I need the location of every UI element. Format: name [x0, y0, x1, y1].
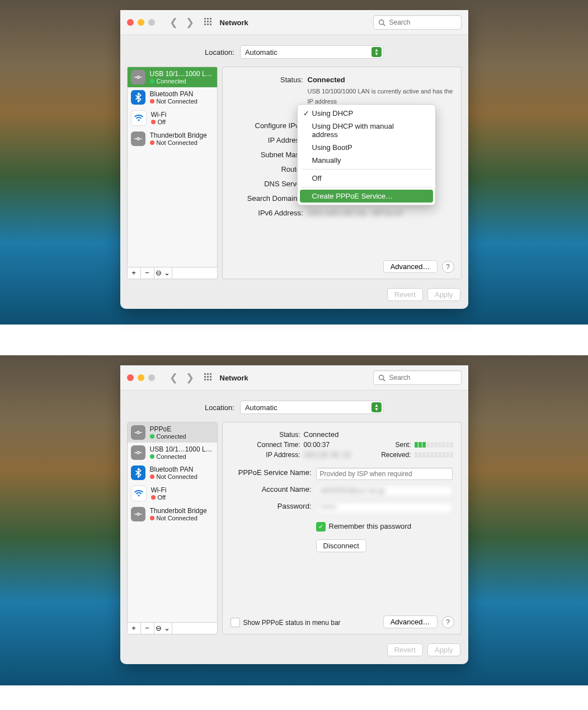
forward-button[interactable]: ❯	[186, 372, 194, 384]
status-value: Connected	[304, 430, 453, 439]
all-prefs-icon[interactable]	[204, 18, 213, 27]
svg-point-18	[137, 513, 139, 515]
all-prefs-icon[interactable]	[204, 373, 213, 382]
revert-button[interactable]: Revert	[387, 288, 423, 301]
dropdown-item-off[interactable]: Off	[300, 172, 433, 185]
remember-password-label: Remember this password	[329, 521, 411, 532]
dns-server-label: DNS Server	[231, 179, 308, 189]
service-name: Wi-Fi	[151, 111, 167, 119]
router-label: Router	[231, 164, 308, 175]
status-dot-icon	[150, 474, 154, 479]
service-status: Off	[158, 494, 166, 501]
location-row: Location: Automatic ▲▼	[120, 35, 468, 62]
service-icon	[131, 445, 145, 460]
service-status: Not Connected	[157, 98, 197, 105]
pppoe-service-name-input[interactable]	[316, 468, 453, 480]
received-meter	[415, 452, 453, 458]
dropdown-item-dhcp[interactable]: Using DHCP	[300, 107, 433, 120]
svg-point-0	[379, 20, 383, 24]
dropdown-item-manually[interactable]: Manually	[300, 154, 433, 167]
service-icon	[131, 486, 147, 501]
dropdown-item-bootp[interactable]: Using BootP	[300, 141, 433, 154]
revert-button[interactable]: Revert	[387, 643, 423, 656]
password-label: Password:	[231, 501, 316, 511]
service-status: Off	[158, 119, 166, 125]
service-list[interactable]: USB 10/1…1000 LANConnectedBluetooth PANN…	[127, 67, 218, 267]
service-icon	[131, 131, 145, 146]
ip-address-label: IP Address:	[231, 451, 300, 459]
search-input[interactable]	[388, 373, 457, 382]
help-button[interactable]: ?	[442, 261, 454, 273]
service-name: Bluetooth PAN	[150, 90, 197, 98]
status-dot-icon	[150, 140, 154, 145]
service-actions-button[interactable]: ⊖ ⌄	[154, 267, 172, 279]
help-button[interactable]: ?	[442, 616, 454, 628]
sidebar-item[interactable]: PPPoEConnected	[128, 422, 217, 443]
search-field[interactable]	[373, 370, 462, 385]
back-button[interactable]: ❮	[170, 16, 178, 29]
minimize-window-button[interactable]	[138, 374, 144, 381]
sidebar-item[interactable]: Thunderbolt BridgeNot Connected	[128, 504, 217, 524]
sidebar-item[interactable]: Wi-FiOff	[128, 483, 217, 504]
status-dot-icon	[150, 516, 154, 520]
remember-password-checkbox[interactable]: ✓	[316, 522, 326, 532]
service-status: Not Connected	[157, 139, 197, 146]
status-description: USB 10/100/1000 LAN is currently active …	[308, 86, 453, 106]
status-dot-icon	[150, 99, 154, 104]
show-status-label: Show PPPoE status in menu bar	[243, 619, 341, 627]
status-dot-icon	[150, 79, 154, 83]
sidebar-item[interactable]: Thunderbolt BridgeNot Connected	[128, 129, 217, 149]
sent-meter	[415, 442, 453, 448]
apply-button[interactable]: Apply	[427, 288, 460, 301]
zoom-window-button[interactable]	[148, 19, 155, 26]
account-name-input[interactable]	[316, 485, 453, 497]
service-icon	[131, 90, 145, 105]
close-window-button[interactable]	[127, 374, 134, 381]
status-dot-icon	[150, 434, 154, 439]
location-label: Location:	[205, 403, 234, 412]
service-icon	[131, 507, 145, 521]
remove-service-button[interactable]: −	[141, 623, 154, 634]
disconnect-button[interactable]: Disconnect	[316, 539, 366, 552]
ip-address-value: 100.116 .60 .16	[304, 451, 354, 459]
configure-ipv4-dropdown[interactable]: Using DHCP Using DHCP with manual addres…	[297, 104, 436, 205]
status-label: Status:	[231, 431, 300, 439]
sidebar-item[interactable]: Wi-FiOff	[128, 107, 217, 129]
add-service-button[interactable]: +	[128, 623, 141, 634]
minimize-window-button[interactable]	[138, 19, 144, 26]
location-select[interactable]: Automatic ▲▼	[240, 401, 383, 414]
pppoe-service-name-label: PPPoE Service Name:	[231, 468, 316, 478]
sidebar-item[interactable]: USB 10/1…1000 LANConnected	[128, 67, 217, 87]
add-service-button[interactable]: +	[128, 267, 141, 279]
zoom-window-button[interactable]	[148, 374, 155, 381]
dropdown-item-dhcp-manual[interactable]: Using DHCP with manual address	[300, 120, 433, 141]
service-actions-button[interactable]: ⊖ ⌄	[154, 623, 172, 634]
updown-icon: ▲▼	[371, 47, 382, 57]
sidebar-item[interactable]: USB 10/1…1000 LANConnected	[128, 443, 217, 463]
service-list[interactable]: PPPoEConnectedUSB 10/1…1000 LANConnected…	[127, 422, 218, 623]
svg-point-9	[379, 375, 383, 379]
sidebar-item[interactable]: Bluetooth PANNot Connected	[128, 87, 217, 107]
location-select[interactable]: Automatic ▲▼	[240, 45, 383, 59]
apply-button[interactable]: Apply	[427, 643, 460, 656]
close-window-button[interactable]	[127, 19, 134, 26]
search-domains-label: Search Domains:	[231, 194, 308, 204]
search-field[interactable]	[373, 15, 462, 30]
forward-button[interactable]: ❯	[186, 16, 194, 29]
svg-point-5	[138, 119, 139, 121]
back-button[interactable]: ❮	[170, 372, 178, 384]
svg-point-11	[137, 431, 139, 434]
service-status: Connected	[157, 433, 186, 440]
sent-label: Sent:	[357, 441, 411, 449]
location-label: Location:	[205, 48, 234, 57]
advanced-button[interactable]: Advanced…	[383, 260, 438, 273]
ipv6-address-label: IPv6 Address:	[231, 208, 308, 218]
dropdown-item-create-pppoe[interactable]: Create PPPoE Service…	[300, 190, 433, 203]
password-input[interactable]	[316, 501, 453, 514]
service-icon	[131, 466, 145, 480]
sidebar-item[interactable]: Bluetooth PANNot Connected	[128, 463, 217, 483]
advanced-button[interactable]: Advanced…	[383, 615, 438, 628]
remove-service-button[interactable]: −	[141, 267, 154, 279]
show-status-checkbox[interactable]	[231, 618, 240, 627]
search-input[interactable]	[388, 18, 457, 27]
